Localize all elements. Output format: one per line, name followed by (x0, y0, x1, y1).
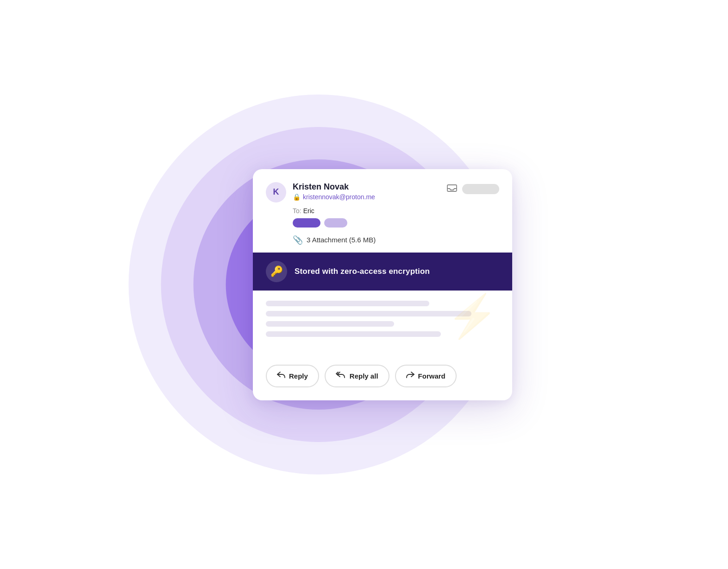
action-buttons: Reply Reply all (253, 355, 512, 400)
tag-purple (293, 218, 320, 228)
lock-icon: 🔒 (293, 193, 301, 201)
attachment-text: 3 Attachment (5.6 MB) (307, 236, 376, 244)
content-line-4 (266, 331, 441, 337)
reply-all-icon (336, 371, 346, 381)
key-icon-circle: 🔑 (266, 261, 287, 282)
to-row: To: Eric (293, 207, 499, 215)
content-lines (266, 301, 499, 337)
forward-label: Forward (418, 372, 446, 380)
content-line-2 (266, 311, 471, 316)
email-card-wrapper: K Kristen Novak 🔒 kristennovak@proton.me (253, 169, 512, 400)
reply-icon (277, 371, 285, 381)
reply-all-button[interactable]: Reply all (325, 365, 389, 387)
header-status-pill (462, 184, 499, 194)
reply-label: Reply (289, 372, 308, 380)
sender-name: Kristen Novak (293, 182, 375, 192)
to-label: To: (293, 207, 301, 215)
card-header: K Kristen Novak 🔒 kristennovak@proton.me (253, 169, 512, 253)
attachment-row: 📎 3 Attachment (5.6 MB) (293, 235, 499, 253)
forward-icon (406, 371, 414, 381)
sender-left: K Kristen Novak 🔒 kristennovak@proton.me (266, 182, 375, 202)
encryption-banner: 🔑 Stored with zero-access encryption (253, 253, 512, 291)
key-icon: 🔑 (270, 266, 283, 278)
sender-email[interactable]: kristennovak@proton.me (303, 193, 375, 201)
to-name: Eric (303, 207, 314, 215)
sender-email-row: 🔒 kristennovak@proton.me (293, 193, 375, 201)
content-area: ⚡ (253, 291, 512, 355)
tag-light (324, 218, 347, 228)
sender-info: Kristen Novak 🔒 kristennovak@proton.me (293, 182, 375, 201)
inbox-icon (446, 182, 458, 196)
header-right (446, 182, 499, 196)
paperclip-icon: 📎 (293, 235, 303, 245)
reply-all-label: Reply all (350, 372, 378, 380)
tag-row (293, 218, 499, 228)
content-line-3 (266, 321, 394, 327)
forward-button[interactable]: Forward (395, 365, 457, 387)
avatar: K (266, 182, 286, 202)
reply-button[interactable]: Reply (266, 365, 319, 387)
email-card: K Kristen Novak 🔒 kristennovak@proton.me (253, 169, 512, 400)
sender-row: K Kristen Novak 🔒 kristennovak@proton.me (266, 182, 499, 202)
content-line-1 (266, 301, 429, 306)
encryption-label: Stored with zero-access encryption (295, 267, 430, 276)
